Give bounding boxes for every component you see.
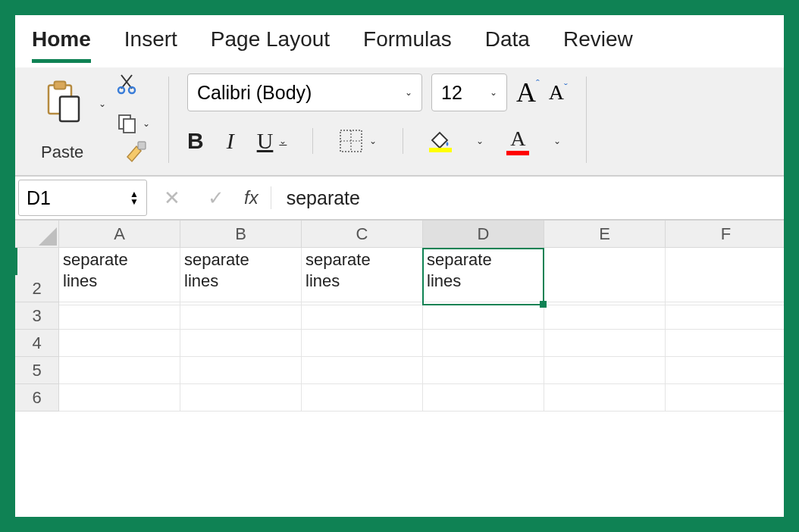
cell-d3[interactable]: [423, 302, 544, 330]
svg-rect-2: [60, 97, 79, 122]
row-header-3[interactable]: 3: [15, 302, 59, 330]
cell-b6[interactable]: [180, 384, 302, 412]
cell-b2[interactable]: [180, 275, 302, 302]
decrease-font-button[interactable]: Aˇ: [549, 80, 568, 105]
svg-rect-7: [138, 142, 146, 149]
paste-dropdown-icon[interactable]: ⌄: [97, 99, 106, 109]
cell-d2[interactable]: [423, 275, 544, 302]
clipboard-group: ⌄ ⌄ Paste: [33, 72, 158, 167]
font-color-button[interactable]: A: [506, 127, 529, 155]
format-painter-icon[interactable]: [123, 139, 150, 166]
svg-point-3: [118, 87, 124, 93]
font-size-dropdown[interactable]: 12 ⌄: [431, 74, 507, 111]
ribbon: Home Insert Page Layout Formulas Data Re…: [15, 15, 784, 177]
cell-e4[interactable]: [544, 330, 666, 357]
row-header-5[interactable]: 5: [15, 357, 59, 384]
cell-e2[interactable]: [544, 275, 666, 302]
formula-input[interactable]: separate: [277, 187, 784, 209]
cell-a4[interactable]: [59, 330, 180, 357]
cell-b3[interactable]: [180, 302, 302, 330]
column-header-c[interactable]: C: [302, 221, 423, 248]
cell-f2[interactable]: [666, 275, 784, 302]
cell-d6[interactable]: [423, 384, 544, 412]
cell-c3[interactable]: [302, 302, 423, 330]
fx-label[interactable]: fx: [238, 187, 265, 208]
cell-f3[interactable]: [666, 302, 784, 330]
group-separator: [168, 77, 169, 163]
column-header-e[interactable]: E: [544, 221, 666, 248]
row-header-6[interactable]: 6: [15, 384, 59, 412]
bold-button[interactable]: B: [187, 128, 204, 154]
select-all-corner[interactable]: [15, 221, 59, 248]
cell-e3[interactable]: [544, 302, 666, 330]
ribbon-body: ⌄ ⌄ Paste: [15, 67, 784, 175]
row-header-2[interactable]: 2: [15, 275, 59, 302]
fill-color-button[interactable]: [429, 130, 452, 152]
cell-e6[interactable]: [544, 384, 666, 412]
cell-f5[interactable]: [666, 357, 784, 384]
cell-a5[interactable]: [59, 357, 180, 384]
cell-b4[interactable]: [180, 330, 302, 357]
chevron-down-icon: ⌄: [488, 87, 497, 98]
name-box-stepper[interactable]: ▲▼: [130, 191, 139, 205]
cell-c4[interactable]: [302, 330, 423, 357]
copy-icon[interactable]: ⌄: [117, 113, 150, 134]
svg-point-4: [129, 87, 135, 93]
column-header-a[interactable]: A: [59, 221, 180, 248]
cell-a6[interactable]: [59, 384, 180, 412]
spreadsheet-grid: A B C D E F 1 separate lines separate li…: [15, 221, 784, 412]
fill-color-swatch: [429, 148, 452, 152]
tab-formulas[interactable]: Formulas: [363, 23, 452, 63]
cut-icon[interactable]: [117, 74, 150, 98]
tab-data[interactable]: Data: [485, 23, 530, 63]
increase-font-button[interactable]: Aˆ: [516, 77, 540, 108]
italic-button[interactable]: I: [227, 128, 234, 154]
cancel-icon[interactable]: ✕: [150, 186, 194, 210]
formula-bar: D1 ▲▼ ✕ ✓ fx separate: [15, 177, 784, 221]
group-separator: [312, 128, 313, 154]
tab-page-layout[interactable]: Page Layout: [211, 23, 330, 63]
name-box[interactable]: D1 ▲▼: [18, 180, 147, 216]
fill-color-dropdown-icon[interactable]: ⌄: [475, 136, 484, 146]
chevron-down-icon: ⌄: [403, 87, 412, 98]
font-color-dropdown-icon[interactable]: ⌄: [552, 136, 561, 146]
cell-f4[interactable]: [666, 330, 784, 357]
cell-c6[interactable]: [302, 384, 423, 412]
borders-button[interactable]: ⌄: [339, 129, 377, 153]
tab-review[interactable]: Review: [563, 23, 633, 63]
font-size-value: 12: [441, 82, 462, 104]
cell-c5[interactable]: [302, 357, 423, 384]
svg-rect-1: [55, 82, 66, 89]
cell-b5[interactable]: [180, 357, 302, 384]
tab-home[interactable]: Home: [32, 23, 91, 63]
cell-d4[interactable]: [423, 330, 544, 357]
row-header-4[interactable]: 4: [15, 330, 59, 357]
confirm-icon[interactable]: ✓: [194, 186, 238, 210]
cell-d5[interactable]: [423, 357, 544, 384]
separator: [271, 186, 271, 209]
alignment-group: [597, 72, 613, 167]
group-separator: [403, 128, 403, 154]
cell-reference: D1: [27, 187, 51, 209]
font-group: Calibri (Body) ⌄ 12 ⌄ Aˆ Aˇ B: [180, 72, 575, 167]
paste-icon[interactable]: [41, 80, 86, 128]
cell-e5[interactable]: [544, 357, 666, 384]
underline-button[interactable]: U⌄: [257, 128, 287, 154]
column-header-b[interactable]: B: [180, 221, 302, 248]
cell-c2[interactable]: [302, 275, 423, 302]
svg-rect-6: [124, 119, 135, 133]
font-family-value: Calibri (Body): [197, 82, 312, 104]
cell-a3[interactable]: [59, 302, 180, 330]
group-separator: [586, 77, 587, 163]
cell-a2[interactable]: [59, 275, 180, 302]
font-color-swatch: [506, 151, 529, 155]
cell-f6[interactable]: [666, 384, 784, 412]
column-header-f[interactable]: F: [666, 221, 784, 248]
column-header-d[interactable]: D: [423, 221, 544, 248]
paste-label: Paste: [41, 142, 83, 162]
font-family-dropdown[interactable]: Calibri (Body) ⌄: [187, 74, 422, 111]
excel-window: Home Insert Page Layout Formulas Data Re…: [15, 15, 784, 517]
tab-insert[interactable]: Insert: [124, 23, 177, 63]
ribbon-tabs: Home Insert Page Layout Formulas Data Re…: [15, 15, 784, 67]
